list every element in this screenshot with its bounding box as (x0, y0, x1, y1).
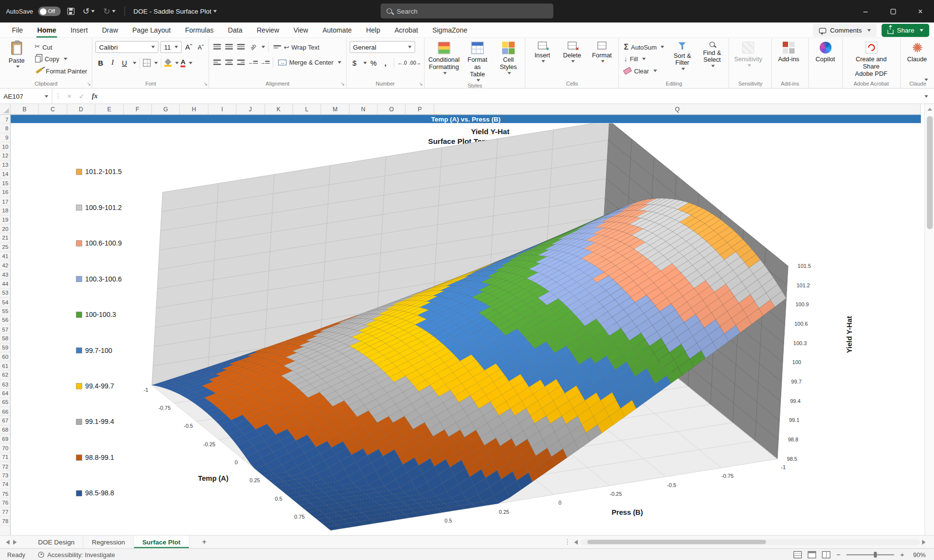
row-header-66[interactable]: 66 (0, 407, 10, 417)
format-painter-button[interactable]: Format Painter (33, 65, 89, 76)
row-header-10[interactable]: 10 (0, 142, 10, 152)
font-family-select[interactable]: Calibri (95, 41, 159, 52)
ribbon-tab-file[interactable]: File (5, 23, 30, 38)
select-all-corner[interactable] (0, 104, 11, 115)
column-header-D[interactable]: D (67, 104, 95, 114)
row-header-21[interactable]: 21 (0, 234, 10, 243)
row-header-17[interactable]: 17 (0, 197, 10, 206)
row-header-54[interactable]: 54 (0, 298, 10, 307)
scroll-up-icon[interactable] (928, 108, 933, 111)
row-header-18[interactable]: 18 (0, 206, 10, 215)
row-header-8[interactable]: 8 (0, 124, 10, 133)
align-middle-button[interactable] (224, 41, 234, 52)
page-layout-view-button[interactable] (808, 551, 816, 558)
column-header-H[interactable]: H (180, 104, 208, 114)
delete-cells-button[interactable]: × Delete (558, 39, 586, 80)
row-header-13[interactable]: 13 (0, 160, 10, 170)
decrease-decimal-button[interactable]: .00→ (409, 57, 421, 69)
wrap-text-button[interactable]: ↩Wrap Text (272, 41, 321, 52)
row-header-19[interactable]: 19 (0, 215, 10, 225)
align-top-button[interactable] (212, 41, 222, 52)
italic-button[interactable]: I (108, 57, 118, 69)
undo-dropdown-icon[interactable] (91, 10, 95, 13)
row-header-61[interactable]: 61 (0, 362, 10, 371)
addins-button[interactable]: Add-ins (775, 39, 802, 80)
conditional-formatting-button[interactable]: Conditional Formatting (428, 39, 460, 82)
font-dialog-launcher[interactable]: ↘ (203, 82, 207, 87)
zoom-level[interactable]: 90% (910, 551, 926, 558)
zoom-in-button[interactable]: + (900, 550, 904, 559)
sort-filter-button[interactable]: Sort & Filter (668, 39, 696, 80)
ribbon-tab-acrobat[interactable]: Acrobat (387, 23, 425, 38)
ribbon-tab-review[interactable]: Review (250, 23, 287, 38)
row-header-14[interactable]: 14 (0, 170, 10, 179)
merge-center-button[interactable]: ↔Merge & Center (277, 56, 343, 68)
banner-cell[interactable]: Temp (A) vs. Press (B) (11, 115, 921, 123)
collapse-ribbon-button[interactable] (923, 74, 928, 85)
ribbon-tab-help[interactable]: Help (359, 23, 387, 38)
row-header-64[interactable]: 64 (0, 389, 10, 398)
cancel-icon[interactable]: × (64, 92, 75, 100)
increase-indent-button[interactable]: → (260, 56, 270, 68)
align-center-button[interactable] (224, 56, 234, 68)
row-header-53[interactable]: 53 (0, 288, 10, 298)
ribbon-tab-sigmazone[interactable]: SigmaZone (425, 23, 474, 38)
row-header-42[interactable]: 42 (0, 261, 10, 270)
column-header-B[interactable]: B (11, 104, 39, 114)
row-header-56[interactable]: 56 (0, 316, 10, 325)
row-header-60[interactable]: 60 (0, 352, 10, 362)
align-bottom-button[interactable] (236, 41, 246, 52)
number-dialog-launcher[interactable]: ↘ (419, 82, 423, 87)
row-header-69[interactable]: 69 (0, 435, 10, 444)
row-header-16[interactable]: 16 (0, 188, 10, 197)
cut-button[interactable]: ✂Cut (33, 41, 89, 52)
document-title[interactable]: DOE - Saddle Surface Plot (133, 8, 216, 15)
scroll-left-icon[interactable] (574, 540, 577, 544)
sheet-tab-surface-plot[interactable]: Surface Plot (134, 536, 189, 548)
column-header-O[interactable]: O (377, 104, 406, 114)
save-button[interactable] (65, 8, 76, 15)
clear-button[interactable]: Clear (622, 65, 666, 76)
format-cells-button[interactable]: Format (588, 39, 615, 80)
sensitivity-button[interactable]: Sensitivity (732, 39, 764, 80)
row-header-77[interactable]: 77 (0, 508, 10, 517)
tab-overflow-icon[interactable]: ⋮ (564, 538, 571, 546)
vertical-scroll-thumb[interactable] (927, 116, 933, 229)
row-header-43[interactable]: 43 (0, 270, 10, 280)
increase-font-button[interactable]: Aˆ (184, 41, 194, 52)
number-format-select[interactable]: General (349, 41, 415, 52)
redo-dropdown-icon[interactable] (112, 10, 115, 13)
zoom-out-button[interactable]: − (836, 550, 841, 559)
ribbon-tab-view[interactable]: View (287, 23, 316, 38)
vertical-scrollbar[interactable] (924, 104, 934, 535)
fill-color-icon[interactable] (165, 59, 172, 67)
expand-formula-bar-icon[interactable] (923, 91, 934, 102)
undo-button[interactable]: ↺ (81, 6, 97, 16)
surface-chart[interactable]: Yield Y-HatSurface Plot Temp (A) vs. Pre… (11, 123, 921, 535)
decrease-font-button[interactable]: Aˇ (196, 41, 206, 52)
ribbon-tab-page-layout[interactable]: Page Layout (125, 23, 178, 38)
column-header-E[interactable]: E (95, 104, 124, 114)
row-header-59[interactable]: 59 (0, 343, 10, 352)
page-break-view-button[interactable] (822, 551, 830, 558)
row-header-20[interactable]: 20 (0, 225, 10, 234)
ribbon-tab-draw[interactable]: Draw (95, 23, 125, 38)
row-header-71[interactable]: 71 (0, 453, 10, 462)
close-button[interactable]: × (907, 0, 934, 23)
normal-view-button[interactable] (793, 551, 802, 558)
sheet-nav-right-icon[interactable] (13, 540, 17, 544)
row-header-25[interactable]: 25 (0, 243, 10, 252)
row-header-65[interactable]: 65 (0, 398, 10, 407)
column-header-K[interactable]: K (265, 104, 293, 114)
ribbon-tab-formulas[interactable]: Formulas (178, 23, 221, 38)
row-header-58[interactable]: 58 (0, 334, 10, 343)
scroll-right-icon[interactable] (922, 540, 926, 544)
ribbon-tab-data[interactable]: Data (221, 23, 250, 38)
autosave-toggle[interactable]: Off (38, 6, 61, 16)
horizontal-scrollbar[interactable] (574, 539, 925, 545)
row-header-44[interactable]: 44 (0, 280, 10, 289)
comma-style-button[interactable]: , (380, 57, 391, 69)
search-box[interactable]: Search (380, 3, 553, 18)
column-header-P[interactable]: P (406, 104, 434, 114)
currency-button[interactable]: $ (349, 57, 359, 69)
